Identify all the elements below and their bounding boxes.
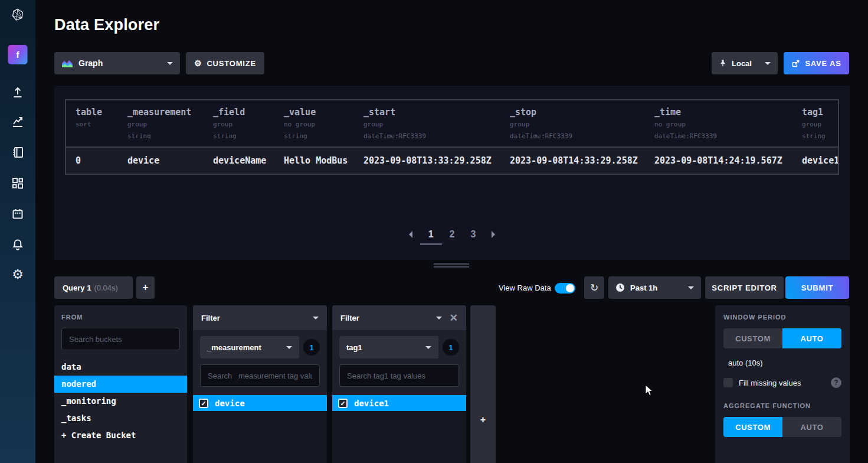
window-period-toggle: CUSTOM AUTO: [723, 328, 841, 348]
gear-icon: ⚙: [194, 58, 202, 68]
cell-start: 2023-09-08T13:33:29.258Z: [354, 148, 500, 174]
refresh-icon: ↻: [590, 282, 598, 294]
chevron-down-icon: [286, 346, 292, 349]
tasks-icon[interactable]: [11, 207, 25, 221]
cell-field: deviceName: [204, 148, 274, 174]
tag-value-row-device[interactable]: ✓ device: [193, 395, 327, 411]
column-header-measurement[interactable]: _measurement group string: [118, 100, 204, 146]
bucket-item-data[interactable]: data: [54, 358, 187, 376]
tag-key-dropdown-tag1[interactable]: tag1: [339, 336, 438, 358]
column-header-stop[interactable]: _stop group dateTime:RFC3339: [500, 100, 645, 146]
tag-key-label: tag1: [346, 343, 362, 352]
scope-label: Local: [732, 59, 752, 68]
column-header-time[interactable]: _time no group dateTime:RFC3339: [645, 100, 792, 146]
prev-page-button[interactable]: [409, 231, 412, 238]
bucket-search-input[interactable]: [61, 328, 180, 350]
refresh-button[interactable]: ↻: [584, 276, 604, 299]
customize-label: CUSTOMIZE: [207, 59, 256, 68]
column-header-tag1[interactable]: tag1 group string: [792, 100, 838, 146]
add-filter-button[interactable]: +: [470, 415, 496, 425]
filter-body: tag1 1: [332, 330, 466, 387]
bucket-list: data nodered _monitoring _tasks + Create…: [54, 358, 187, 444]
time-range-label: Past 1h: [630, 283, 657, 292]
scope-dropdown[interactable]: Local: [712, 52, 778, 74]
bucket-item-nodered[interactable]: nodered: [54, 376, 187, 393]
influxdb-logo-icon[interactable]: [11, 8, 25, 22]
filter-panel-measurement: Filter _measurement 1 ✓ device: [193, 305, 327, 463]
column-header-start[interactable]: _start group dateTime:RFC3339: [354, 100, 500, 146]
cell-time: 2023-09-08T14:24:19.567Z: [645, 148, 792, 174]
aggregate-custom-button[interactable]: CUSTOM: [723, 417, 782, 437]
filter-type-dropdown[interactable]: Filter: [193, 305, 327, 330]
chevron-down-icon: [425, 346, 431, 349]
chevron-down-icon: [765, 62, 771, 65]
page-button-2[interactable]: 2: [450, 229, 455, 240]
tag-value-search-input[interactable]: [200, 364, 320, 387]
upload-icon[interactable]: [11, 85, 25, 99]
visualization-type-dropdown[interactable]: Graph: [54, 52, 180, 74]
alerts-icon[interactable]: [11, 237, 25, 252]
bucket-item-monitoring[interactable]: _monitoring: [54, 393, 187, 410]
dashboards-icon[interactable]: [11, 176, 25, 190]
checkbox-checked-icon[interactable]: ✓: [338, 399, 348, 408]
chevron-down-icon: [688, 286, 694, 289]
filter-body: _measurement 1: [193, 330, 327, 387]
cell-stop: 2023-09-08T14:33:29.258Z: [500, 148, 645, 174]
cell-measurement: device: [118, 148, 204, 174]
add-query-button[interactable]: +: [136, 276, 155, 299]
from-panel: FROM data nodered _monitoring _tasks + C…: [54, 305, 187, 463]
help-icon[interactable]: ?: [831, 377, 841, 388]
selected-count-badge: 1: [443, 339, 459, 356]
page-button-3[interactable]: 3: [470, 229, 476, 240]
chevron-down-icon: [167, 62, 173, 65]
create-bucket-button[interactable]: + Create Bucket: [54, 427, 187, 444]
view-raw-data-label: View Raw Data: [499, 283, 551, 292]
export-icon: [791, 59, 800, 68]
chevron-down-icon: [436, 317, 442, 319]
query-duration: (0.04s): [94, 283, 117, 292]
toggle-knob: [566, 284, 574, 292]
chevron-down-icon: [313, 317, 319, 319]
selected-count-badge: 1: [303, 339, 320, 356]
submit-button[interactable]: SUBMIT: [785, 276, 849, 299]
window-custom-button[interactable]: CUSTOM: [723, 328, 782, 348]
filter-type-dropdown[interactable]: Filter ✕: [332, 305, 466, 330]
time-range-dropdown[interactable]: Past 1h: [608, 276, 701, 299]
close-icon[interactable]: ✕: [450, 313, 458, 323]
notebooks-icon[interactable]: [11, 145, 25, 159]
page-button-1[interactable]: 1: [428, 229, 434, 240]
fill-missing-values-checkbox[interactable]: [723, 378, 733, 387]
bucket-item-tasks[interactable]: _tasks: [54, 410, 187, 427]
from-panel-title: FROM: [61, 314, 180, 321]
fill-missing-values-row: Fill missing values ?: [723, 377, 841, 388]
aggregate-function-title: AGGREGATE FUNCTION: [723, 402, 841, 409]
column-header-field[interactable]: _field group string: [204, 100, 274, 146]
graph-type-icon: [61, 58, 73, 68]
tag-value-list: ✓ device: [193, 395, 327, 463]
data-explorer-icon[interactable]: [11, 115, 25, 129]
aggregate-function-toggle: CUSTOM AUTO: [723, 417, 841, 437]
window-period-panel: WINDOW PERIOD CUSTOM AUTO auto (10s) Fil…: [715, 305, 850, 463]
tag-value-row-device1[interactable]: ✓ device1: [332, 395, 466, 411]
table-row: 0 device deviceName Hello ModBus 2023-09…: [66, 146, 838, 174]
next-page-button[interactable]: [492, 231, 495, 238]
filter-panel-tag1: Filter ✕ tag1 1 ✓ device1: [332, 305, 466, 463]
panel-resize-handle[interactable]: [434, 263, 469, 269]
user-avatar[interactable]: f: [8, 45, 28, 64]
tag-value-search-input[interactable]: [339, 364, 459, 387]
query-tab[interactable]: Query 1 (0.04s): [54, 276, 133, 299]
window-auto-button[interactable]: AUTO: [782, 328, 841, 348]
tag-key-dropdown-measurement[interactable]: _measurement: [200, 336, 299, 358]
settings-icon[interactable]: ⚙: [12, 268, 24, 282]
page-title: Data Explorer: [54, 16, 159, 34]
save-as-button[interactable]: SAVE AS: [784, 52, 849, 74]
column-header-value[interactable]: _value no group string: [274, 100, 354, 146]
column-header-table[interactable]: table sort: [66, 100, 118, 146]
aggregate-auto-button[interactable]: AUTO: [782, 417, 841, 437]
cell-value: Hello ModBus: [274, 148, 354, 174]
checkbox-checked-icon[interactable]: ✓: [199, 399, 208, 408]
customize-button[interactable]: ⚙ CUSTOMIZE: [186, 52, 264, 74]
script-editor-button[interactable]: SCRIPT EDITOR: [705, 276, 784, 299]
view-raw-data-toggle[interactable]: [555, 283, 575, 294]
window-period-title: WINDOW PERIOD: [723, 314, 841, 321]
